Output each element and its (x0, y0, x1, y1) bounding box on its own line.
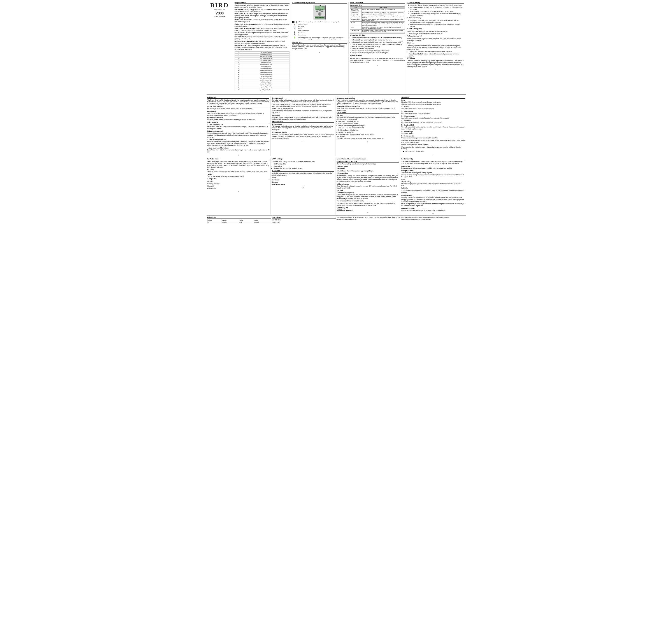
sar-text: 1. This device complies with Part 15 of … (401, 190, 465, 194)
access-menus-title: Access menus by scrolling (337, 97, 399, 99)
memory-card-title: 3. Install Battery (350, 55, 405, 57)
display-icons-column: 2. Understanding Display Icons (292, 2, 348, 93)
pin-text: The PIN (PIN's Personal Identification N… (407, 45, 464, 51)
safety-column: For your safety Read these simple guidel… (235, 2, 291, 93)
connectivity-column: 8.5 Connectivity The phone supports Blue… (401, 158, 465, 214)
display-icons-title: 2. Understanding Display Icons (292, 2, 347, 4)
ok-key-row: OK Key Press this key to select an item … (350, 22, 405, 26)
end-power-row: End Power Key Long press to power phone … (350, 15, 405, 18)
change-pass-title: 8.3.4 Change password (337, 209, 399, 211)
illegal-text: its use is illegal and you could be pros… (401, 203, 465, 207)
templates-title: 5.7 Templates (401, 120, 465, 121)
bluetooth-desc: Bluetooth is open (298, 23, 347, 25)
pound-key-desc: Press when editing to change input metho… (362, 30, 404, 33)
input-special-text: When any kind of method except numeric m… (207, 119, 270, 121)
remove-step-1: Remove the back cover (then push toward … (410, 20, 464, 23)
left-right-key-name: Left Soft Key, Right Soft Key (350, 8, 362, 12)
call-answer-row: Call / Answer (Green) Key On stand-by mo… (350, 12, 405, 15)
charge-step-3: While charging, it is normal that the ph… (410, 10, 464, 12)
broadcast-text: Via the Broadcast service, look can use … (401, 126, 465, 130)
phone-screen: Incoming Call Alert Mode Incoming Call A… (315, 6, 325, 10)
audio-effect-title: Audio effect (337, 168, 399, 170)
redial-text: Press left soft key to select from the r… (272, 110, 334, 114)
remove-step-2: Settings and data stored in the phone or… (410, 23, 464, 28)
mms-settings-title: 5.9 MMS settings (401, 131, 465, 132)
end-key-name: End Power Key (350, 15, 362, 18)
missed-icon: ↙ (292, 30, 297, 32)
connectivity-title: 8.5 Connectivity (401, 158, 465, 160)
weight-text: Weight: 90g (272, 221, 336, 223)
page-num-11: 11 (337, 212, 399, 214)
page-num-10: 10 (272, 187, 334, 188)
about-phone-title: About Your Phone (350, 2, 405, 4)
third-spread: 6.5 Audio player Select audio player ite… (206, 157, 466, 215)
sim-warning-3: Before installing or removing the SIM ca… (352, 41, 405, 43)
file-manager-text: File manager has functions such as check… (272, 125, 334, 131)
battery-current: Current (253, 219, 271, 221)
audio-player-text: Select audio player item in main menu. P… (207, 161, 270, 168)
settings-column: Account Name, DID, user name and passwor… (337, 158, 400, 214)
brand-logo: BIRD (210, 2, 229, 9)
sent-msg-title: 5.9 Sent message (401, 111, 465, 112)
page-num-6: 6 (272, 141, 334, 142)
environment-title: Environment safety (401, 208, 465, 209)
battery-table: Battery Capacity Voltage Current LI 1000… (207, 219, 271, 223)
sim-warnings: Scratches and bends can easily damage th… (350, 37, 405, 43)
caring-text: The phone uses a rechargeable battery as… (401, 172, 465, 174)
world-clock-label: World clock (272, 179, 334, 181)
ebook-text: E-book reader (207, 188, 270, 190)
usb-title: 6. USB Management (407, 28, 464, 30)
phonebook-call-title: 4. Make a call from Phone book (207, 147, 270, 149)
audio-effect-text: Select different effect of the equalizer… (337, 170, 399, 172)
outbox-text: Access this menu to view the send failed… (401, 108, 465, 110)
duration-title: Call duration (337, 136, 399, 138)
alarm-label: Alarm (272, 177, 334, 179)
page-header: BIRD www.chinabird.com V330 User Manual … (206, 2, 466, 95)
refueling-heading: SWITCH OFF WHEN REFUELING (235, 23, 257, 25)
tasks-title: TASKS (207, 174, 270, 175)
dimensions-text: 109×42×16mm (272, 219, 336, 221)
pound-key-name: # (Pound) Key (350, 30, 362, 33)
remove-battery-title: 6. Remove Battery (407, 17, 464, 19)
page-num-8: 8 (401, 154, 465, 155)
usb-mass-storage: Mass storage: the phone can be connected… (409, 33, 464, 35)
charge-step-4: If the battery is completely empty, it m… (410, 13, 464, 17)
missed-call-desc: Missed calls (298, 32, 347, 34)
charge-steps: Connect the charger to power supply, and… (407, 4, 464, 17)
end-key-desc: Long press to power phone ON/OFF; press … (362, 15, 404, 18)
left-right-key-desc: On the stand-by mode, left key shows the… (362, 8, 404, 12)
call-funcs-column: 2. Answer a call The caller number will … (272, 97, 335, 156)
website-url: www.chinabird.com (214, 9, 225, 10)
nav-key-desc: Press up, down, left and right direction… (362, 18, 404, 22)
txt-format-specs: You can read TXT format file. While read… (337, 216, 400, 224)
duration-text: Shows the duration of current voice call… (337, 138, 399, 140)
call-wait-title: Call waiting (272, 114, 334, 116)
int-call-title: 3. Make an international call (207, 139, 270, 140)
option-delete: Delete all: Delete all tasks lists. (338, 129, 399, 131)
manual-title: User Manual (214, 15, 225, 17)
answer-call-text2: Push left key to talk. Answer it. Press … (272, 103, 334, 107)
note-manufacture: Note The socket-outlet shall be installe… (401, 216, 465, 218)
page-num-7: 7 (337, 141, 399, 143)
uart-sections-list: UART setting status Misc. settings Backl… (272, 163, 334, 169)
account-name-text: Account Name, DID, user name and passwor… (337, 158, 399, 160)
answer-call-title: 2. Answer a call (272, 97, 334, 99)
access-shortcut-text: Some menu items in the menus and options… (337, 108, 399, 111)
uart-column: UART settings Under the UART setting, yo… (272, 158, 335, 214)
phonebook-title: 2. Phonebook settings (272, 132, 334, 133)
schedule-label: Schedule (272, 181, 334, 183)
hours-label: hours (401, 178, 465, 180)
puk-text: The PUK (Personal Unblocking Key) code i… (407, 60, 464, 67)
incoming-call-alert-3: Incoming Call Alert Mode (315, 17, 324, 18)
call-logs-options: View: View the selected task list. Call:… (337, 121, 399, 135)
sim-step-3: Place SIM card into the SIM reader. (352, 48, 405, 50)
call-key-desc: On stand-by mode, press this key if ther… (362, 12, 404, 15)
organize-text: Under this menu, you can look at current… (272, 172, 334, 176)
battery-label-1: Battery (207, 219, 221, 221)
get-sms-title: 7.1 Get SMS switch (272, 184, 334, 186)
sms-section-title: SMS/MMS (401, 97, 465, 99)
charge-battery-title: 5. Charge Battery (407, 2, 464, 4)
pin-warning-2: You will need the PUK code to unblock. P… (409, 53, 464, 57)
use-normally-heading: USE NORMALLY (235, 36, 246, 38)
pin-code-title: PIN Code (407, 42, 464, 44)
